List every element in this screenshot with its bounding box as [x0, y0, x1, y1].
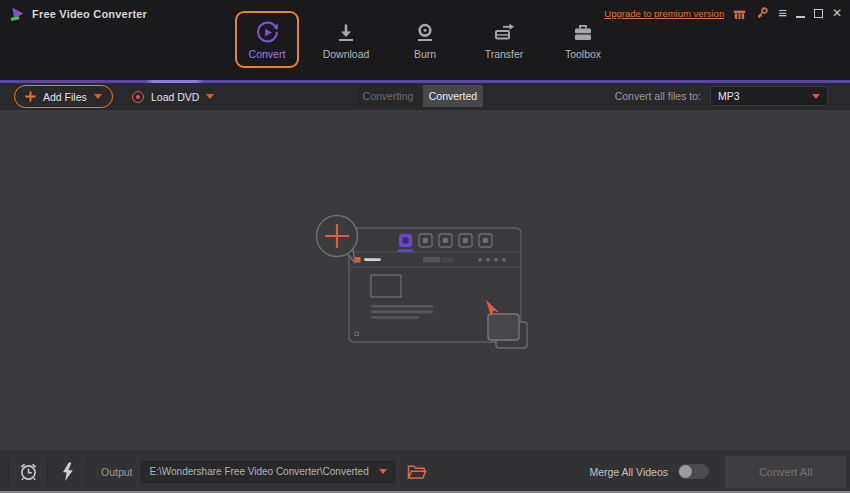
converted-tab[interactable]: Converted	[423, 85, 483, 107]
menu-icon[interactable]: ≡	[778, 6, 787, 20]
convert-all-to-label: Convert all files to:	[615, 90, 701, 102]
empty-state-illustration	[315, 207, 535, 354]
tab-label: Convert	[249, 48, 286, 60]
load-dvd-button[interactable]: Load DVD	[132, 85, 214, 108]
minimize-icon[interactable]	[796, 9, 805, 18]
separator	[86, 457, 87, 486]
merge-all-videos-label: Merge All Videos	[589, 466, 668, 478]
titlebar-controls: Upgrade to premium version ≡	[604, 5, 842, 21]
add-files-button[interactable]: Add Files	[14, 85, 113, 108]
key-icon[interactable]	[755, 6, 769, 20]
burn-icon	[414, 20, 436, 45]
plus-icon	[25, 91, 36, 102]
output-format-group: Convert all files to: MP3	[615, 86, 828, 106]
app-logo-icon	[10, 6, 26, 22]
output-path-value: E:\Wondershare Free Video Converter\Conv…	[150, 466, 369, 477]
tab-label: Transfer	[485, 48, 524, 60]
store-icon[interactable]	[733, 7, 746, 20]
format-value: MP3	[718, 90, 740, 102]
toolbox-icon	[572, 20, 594, 45]
chevron-down-icon	[206, 94, 214, 99]
chevron-down-icon	[94, 94, 102, 99]
add-files-label: Add Files	[43, 91, 87, 103]
dvd-disc-icon	[132, 91, 144, 103]
output-label: Output	[101, 466, 133, 478]
main-nav-tabs: Convert Download	[235, 11, 615, 68]
convert-icon	[255, 20, 280, 45]
open-folder-icon[interactable]	[407, 464, 427, 480]
close-icon[interactable]: ✕	[832, 7, 842, 19]
schedule-clock-icon[interactable]	[9, 451, 47, 493]
high-speed-icon[interactable]	[48, 451, 86, 493]
tab-label: Toolbox	[565, 48, 601, 60]
upgrade-link[interactable]: Upgrade to premium version	[604, 8, 724, 19]
maximize-icon[interactable]	[814, 9, 823, 18]
chevron-down-icon	[812, 94, 820, 99]
toolbar: Add Files Load DVD Converting Converted …	[0, 83, 850, 110]
tab-convert[interactable]: Convert	[235, 11, 299, 68]
chevron-down-icon	[379, 469, 387, 474]
convert-status-switch: Converting Converted	[358, 85, 483, 107]
app-title: Free Video Converter	[32, 8, 147, 20]
format-dropdown[interactable]: MP3	[710, 86, 828, 106]
tab-label: Download	[323, 48, 370, 60]
tab-label: Burn	[414, 48, 436, 60]
converting-tab[interactable]: Converting	[358, 85, 418, 107]
tab-transfer[interactable]: Transfer	[472, 11, 536, 68]
tab-download[interactable]: Download	[314, 11, 378, 68]
drop-area[interactable]	[0, 110, 850, 450]
merge-toggle[interactable]	[678, 464, 709, 479]
tab-burn[interactable]: Burn	[393, 11, 457, 68]
bottom-bar: Output E:\Wondershare Free Video Convert…	[0, 450, 850, 493]
output-path-dropdown[interactable]: E:\Wondershare Free Video Converter\Conv…	[141, 461, 395, 483]
load-dvd-label: Load DVD	[151, 91, 199, 103]
download-icon	[335, 20, 357, 45]
app-window: Free Video Converter Convert	[0, 0, 850, 493]
transfer-icon	[493, 20, 516, 45]
app-brand: Free Video Converter	[10, 6, 147, 22]
convert-all-button[interactable]: Convert All	[725, 456, 846, 488]
toggle-knob	[679, 465, 692, 478]
title-bar: Free Video Converter Convert	[0, 0, 850, 80]
